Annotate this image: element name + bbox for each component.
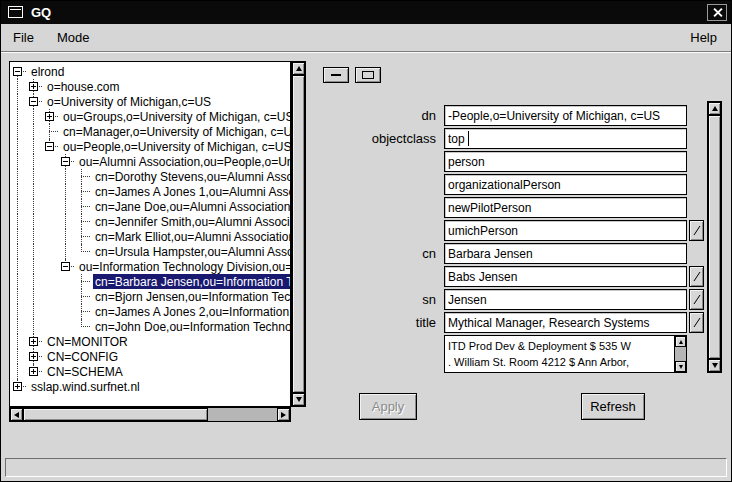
tree-guide <box>58 184 74 199</box>
objectclass-input-4[interactable] <box>444 197 687 218</box>
sn-input[interactable] <box>444 289 687 310</box>
scroll-down-button[interactable] <box>675 361 686 372</box>
tree-guide <box>58 304 74 319</box>
objectclass-value-button[interactable] <box>689 220 704 241</box>
scroll-right-button[interactable] <box>277 408 290 421</box>
refresh-button[interactable]: Refresh <box>581 393 645 420</box>
tree-row[interactable]: CN=SCHEMA <box>10 364 290 379</box>
tree-vertical-scrollbar[interactable] <box>291 61 306 407</box>
entry-editor-panel: dn objectclass cn sn title ITD Prod Dev … <box>317 61 725 426</box>
scroll-down-button[interactable] <box>708 359 721 372</box>
cn-input-2[interactable] <box>444 266 687 287</box>
tree-item-label: cn=Barbara Jensen,ou=Information Tec <box>93 274 290 289</box>
tree-row[interactable]: cn=Ursula Hampster,ou=Alumni Associa <box>10 244 290 259</box>
tree-row[interactable]: cn=Bjorn Jensen,ou=Information Techno <box>10 289 290 304</box>
expand-expander-icon[interactable] <box>29 367 38 376</box>
full-view-button[interactable] <box>355 67 381 83</box>
objectclass-input-5[interactable] <box>444 220 687 241</box>
objectclass-input-1[interactable] <box>444 128 687 149</box>
compact-view-button[interactable] <box>323 67 349 83</box>
address-field[interactable]: ITD Prod Dev & Deployment $ 535 W . Will… <box>444 335 687 373</box>
tree-row[interactable]: ou=People,o=University of Michigan, c=US <box>10 139 290 154</box>
tree-item-label: cn=John Doe,ou=Information Technolog <box>93 319 290 334</box>
gq-window: GQ File Mode Help elrond o=house.com o=U… <box>0 0 732 482</box>
tree-guide <box>58 319 74 334</box>
scroll-up-button[interactable] <box>292 62 305 75</box>
scroll-up-button[interactable] <box>675 336 686 347</box>
tree-item-label: o=house.com <box>45 79 121 94</box>
editor-vertical-scrollbar[interactable] <box>707 101 722 373</box>
collapse-expander-icon[interactable] <box>13 67 22 76</box>
address-scrollbar[interactable] <box>674 336 686 372</box>
cn-value-button[interactable] <box>689 266 704 287</box>
menu-help[interactable]: Help <box>684 24 723 51</box>
collapse-expander-icon[interactable] <box>61 262 70 271</box>
menu-mode[interactable]: Mode <box>51 24 96 51</box>
arrow-up-icon <box>679 340 683 344</box>
expand-expander-icon[interactable] <box>45 112 54 121</box>
slash-icon <box>692 224 701 237</box>
dn-input[interactable] <box>444 105 687 126</box>
expand-expander-icon[interactable] <box>13 382 22 391</box>
tree-row[interactable]: cn=Jennifer Smith,ou=Alumni Associatio <box>10 214 290 229</box>
menu-file[interactable]: File <box>7 24 40 51</box>
tree-row[interactable]: ou=Groups,o=University of Michigan, c=US <box>10 109 290 124</box>
tree-row[interactable]: CN=MONITOR <box>10 334 290 349</box>
title-bar[interactable]: GQ <box>1 1 731 24</box>
tree-row[interactable]: sslap.wind.surfnet.nl <box>10 379 290 394</box>
cn-input-1[interactable] <box>444 243 687 264</box>
ldap-tree[interactable]: elrond o=house.com o=University of Michi… <box>9 61 291 407</box>
tree-guide <box>58 199 74 214</box>
tree-row[interactable]: CN=CONFIG <box>10 349 290 364</box>
objectclass-input-2[interactable] <box>444 151 687 172</box>
tree-junction <box>74 169 90 184</box>
tree-junction <box>10 379 26 394</box>
collapse-expander-icon[interactable] <box>29 97 38 106</box>
tree-item-label: cn=James A Jones 1,ou=Alumni Assoc <box>93 184 290 199</box>
tree-row[interactable]: cn=Jane Doe,ou=Alumni Association,o <box>10 199 290 214</box>
scrollbar-thumb[interactable] <box>708 115 721 359</box>
expand-expander-icon[interactable] <box>29 337 38 346</box>
tree-row[interactable]: cn=Mark Elliot,ou=Alumni Association,o <box>10 229 290 244</box>
tree-row[interactable]: o=University of Michigan,c=US <box>10 94 290 109</box>
tree-row[interactable]: elrond <box>10 64 290 79</box>
expand-expander-icon[interactable] <box>29 82 38 91</box>
objectclass-input-3[interactable] <box>444 174 687 195</box>
tree-row-selected[interactable]: cn=Barbara Jensen,ou=Information Tec <box>10 274 290 289</box>
tree-junction <box>74 184 90 199</box>
tree-item-label: ou=People,o=University of Michigan, c=US <box>61 139 290 154</box>
scrollbar-thumb[interactable] <box>292 75 305 393</box>
tree-row[interactable]: cn=James A Jones 1,ou=Alumni Assoc <box>10 184 290 199</box>
tree-guide <box>10 229 26 244</box>
tree-row[interactable]: ou=Alumni Association,ou=People,o=Univ <box>10 154 290 169</box>
tree-row[interactable]: cn=Dorothy Stevens,ou=Alumni Associa <box>10 169 290 184</box>
collapse-expander-icon[interactable] <box>45 142 54 151</box>
tree-guide <box>10 304 26 319</box>
scroll-up-button[interactable] <box>708 102 721 115</box>
tree-guide <box>10 199 26 214</box>
apply-button[interactable]: Apply <box>359 393 417 420</box>
scroll-down-button[interactable] <box>292 393 305 406</box>
sn-value-button[interactable] <box>689 289 704 310</box>
tree-row[interactable]: cn=James A Jones 2,ou=Information Te <box>10 304 290 319</box>
arrow-up-icon <box>296 66 302 71</box>
title-value-button[interactable] <box>689 312 704 333</box>
tree-junction <box>74 274 90 289</box>
tree-guide <box>58 214 74 229</box>
tree-guide <box>10 319 26 334</box>
arrow-down-icon <box>679 365 683 369</box>
tree-row[interactable]: o=house.com <box>10 79 290 94</box>
tree-guide <box>10 334 26 349</box>
tree-row[interactable]: cn=John Doe,ou=Information Technolog <box>10 319 290 334</box>
window-menu-icon[interactable] <box>8 6 23 18</box>
collapse-expander-icon[interactable] <box>61 157 70 166</box>
tree-row[interactable]: cn=Manager,o=University of Michigan, c=U <box>10 124 290 139</box>
expand-expander-icon[interactable] <box>29 352 38 361</box>
tree-horizontal-scrollbar[interactable] <box>9 407 291 422</box>
scrollbar-thumb[interactable] <box>23 408 208 421</box>
scroll-left-button[interactable] <box>10 408 23 421</box>
close-button[interactable] <box>707 4 727 21</box>
title-label: title <box>317 315 436 330</box>
title-input[interactable] <box>444 312 687 333</box>
tree-row[interactable]: ou=Information Technology Division,ou= <box>10 259 290 274</box>
